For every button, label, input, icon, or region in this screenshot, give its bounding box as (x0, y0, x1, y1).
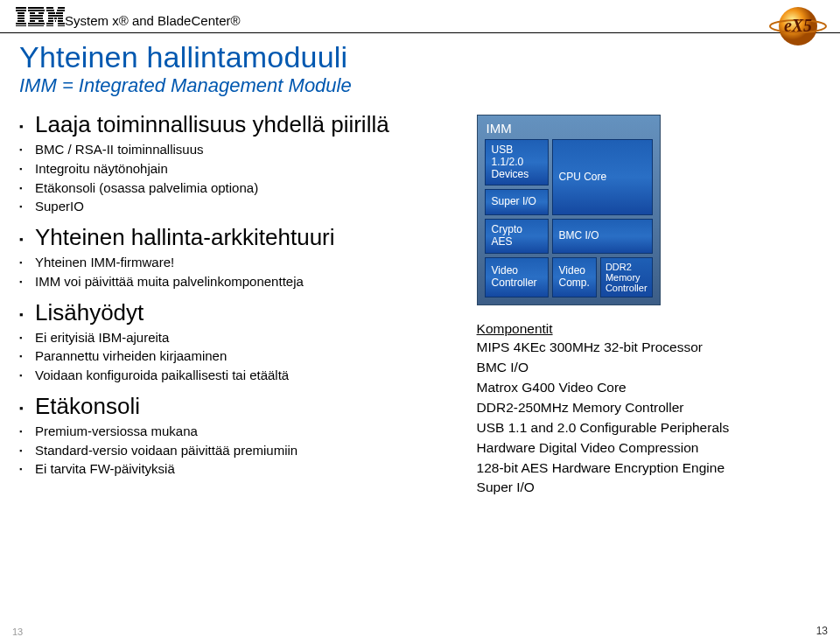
svg-rect-5 (18, 20, 24, 22)
header-text: System x® and BladeCenter® (65, 13, 241, 30)
svg-rect-7 (16, 25, 26, 26)
list-item: Ei tarvita FW-päivityksiä (19, 461, 463, 478)
component-line: BMC I/O (477, 359, 821, 377)
component-line: USB 1.1 and 2.0 Configurable Peripherals (477, 419, 821, 438)
list-item: Parannettu virheiden kirjaaminen (19, 348, 463, 365)
list-item: Standard-versio voidaan päivittää premiu… (19, 443, 463, 459)
list-item: BMC / RSA-II toiminnallisuus (19, 142, 463, 158)
svg-rect-27 (58, 18, 63, 19)
svg-rect-1 (16, 10, 26, 11)
ex5-badge-icon: eX5 (768, 5, 828, 47)
svg-rect-23 (56, 12, 63, 14)
list-item: Ei erityisiä IBM-ajureita (19, 330, 463, 346)
imm-cell-vcomp: Video Comp. (552, 257, 597, 298)
list-item: Voidaan konfiguroida paikallisesti tai e… (19, 368, 463, 384)
list-item: Premium-versiossa mukana (19, 424, 463, 440)
content-area: Laaja toiminnallisuus yhdellä piirillä B… (0, 106, 840, 497)
imm-cell-ddr2: DDR2 Memory Controller (600, 257, 653, 298)
svg-rect-33 (46, 25, 53, 26)
ibm-logo (16, 7, 65, 30)
svg-rect-11 (38, 12, 44, 14)
imm-cell-cpu: CPU Core (552, 139, 653, 215)
section-head-1: Laaja toiminnallisuus yhdellä piirillä (19, 111, 463, 138)
imm-cell-bmcio: BMC I/O (552, 219, 653, 254)
svg-rect-2 (18, 12, 24, 14)
section-head-2: Yhteinen hallinta-arkkitehtuuri (19, 224, 463, 251)
component-line: DDR2-250MHz Memory Controller (477, 399, 821, 417)
svg-rect-34 (58, 25, 65, 26)
list-item: IMM voi päivittää muita palvelinkomponen… (19, 274, 463, 290)
svg-rect-25 (48, 18, 53, 19)
svg-rect-19 (58, 7, 65, 9)
svg-rect-20 (46, 10, 54, 11)
svg-rect-13 (30, 18, 43, 19)
imm-cell-superio: Super I/O (485, 189, 549, 215)
page-title: Yhteinen hallintamoduuli (0, 33, 840, 74)
section-head-4: Etäkonsoli (19, 393, 463, 420)
svg-rect-8 (28, 7, 44, 9)
section-head-3: Lisähyödyt (19, 299, 463, 326)
imm-diagram: IMM USB 1.1/2.0 Devices CPU Core Super I… (477, 115, 661, 305)
list-item: Etäkonsoli (osassa palvelimia optiona) (19, 180, 463, 197)
page-subtitle: IMM = Integrated Management Module (0, 74, 840, 106)
svg-rect-9 (28, 10, 45, 11)
imm-cell-vctrl: Video Controller (485, 257, 549, 298)
list-item: Yhteinen IMM-firmware! (19, 255, 463, 271)
right-column: IMM USB 1.1/2.0 Devices CPU Core Super I… (477, 111, 821, 497)
imm-cell-crypto: Crypto AES (485, 219, 549, 254)
component-line: 128-bit AES Hardware Encryption Engine (477, 459, 821, 478)
svg-text:eX5: eX5 (784, 16, 812, 35)
svg-rect-31 (46, 23, 53, 24)
page-number-right: 13 (816, 625, 828, 637)
svg-rect-29 (55, 20, 56, 22)
svg-rect-21 (57, 10, 65, 11)
svg-rect-0 (16, 7, 26, 9)
svg-rect-17 (28, 25, 44, 26)
svg-rect-4 (18, 18, 24, 19)
svg-rect-15 (38, 20, 44, 22)
svg-rect-16 (28, 23, 45, 24)
svg-rect-30 (58, 20, 63, 22)
page-number-left: 13 (12, 626, 23, 637)
svg-rect-24 (48, 15, 63, 17)
svg-rect-22 (48, 12, 55, 14)
svg-rect-26 (54, 18, 57, 19)
components-title: Komponentit (477, 321, 821, 337)
header-bar: System x® and BladeCenter® (0, 0, 840, 33)
component-line: Super I/O (477, 479, 821, 497)
imm-label: IMM (486, 121, 653, 136)
left-column: Laaja toiminnallisuus yhdellä piirillä B… (19, 111, 463, 497)
svg-rect-32 (58, 23, 65, 24)
svg-rect-6 (16, 23, 26, 24)
svg-rect-3 (18, 15, 24, 17)
component-line: Hardware Digital Video Compression (477, 439, 821, 458)
svg-rect-28 (48, 20, 53, 22)
svg-rect-10 (30, 12, 35, 14)
imm-cell-usb: USB 1.1/2.0 Devices (485, 139, 549, 186)
svg-rect-12 (30, 15, 43, 17)
list-item: Integroitu näytönohjain (19, 161, 463, 178)
svg-rect-14 (30, 20, 35, 22)
svg-rect-18 (46, 7, 53, 9)
list-item: SuperIO (19, 199, 463, 215)
component-line: Matrox G400 Video Core (477, 379, 821, 397)
component-line: MIPS 4KEc 300MHz 32-bit Processor (477, 339, 821, 357)
